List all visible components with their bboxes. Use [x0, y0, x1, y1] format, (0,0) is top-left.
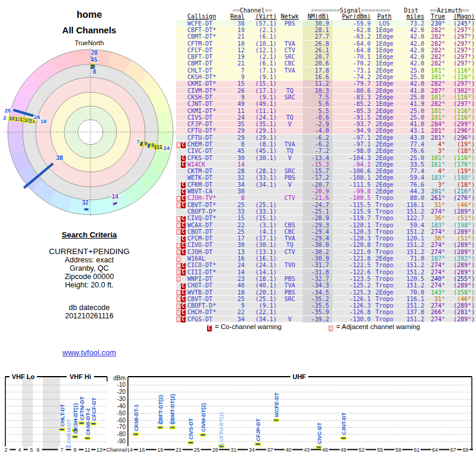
cell-magnetic-azimuth: (116°): [445, 67, 475, 74]
cell-virtual-channel: (30.1): [245, 155, 277, 161]
cell-virtual-channel: (17.1): [245, 87, 277, 94]
station-label: CBFT-DT(2): [158, 395, 164, 425]
cell-virtual-channel: (15.1): [245, 215, 277, 221]
x-tick-label: 13: [96, 447, 102, 453]
cell-real-channel: 30: [228, 188, 245, 195]
cell-callsign: CBFT-DT*: [186, 27, 228, 33]
cell-virtual-channel: (2.1): [245, 54, 277, 60]
cell-real-channel: 14: [228, 161, 245, 168]
x-tick-label: 69: [462, 447, 468, 453]
cell-callsign: CJNT-DT: [186, 101, 228, 107]
cell-magnetic-azimuth: (296°): [445, 127, 475, 134]
cell-virtual-channel: (3.1): [245, 222, 277, 228]
cell-callsign: CBVT-DT*: [186, 202, 228, 208]
cell-power: -64.0: [333, 40, 371, 47]
cell-callsign: CFGS-DT: [186, 316, 228, 323]
cell-noise-margin: -6.2: [303, 134, 333, 141]
cell-path: 1Edge: [371, 101, 398, 107]
cell-distance: 44.3: [398, 188, 424, 195]
cell-true-azimuth: 3°: [424, 148, 445, 154]
cell-noise-margin: -30.9: [303, 255, 333, 262]
table-row: aCCBVT-DT*25(25.1)-24.7-115.5Tropo116.13…: [176, 201, 476, 208]
cell-true-azimuth: 201°: [424, 188, 445, 195]
tvfool-link[interactable]: www.tvfool.com: [62, 348, 116, 357]
cell-distance: 25.0: [398, 114, 424, 121]
cell-noise-margin: 10.3: [303, 87, 333, 94]
x-tick-label: 34: [249, 447, 255, 453]
cell-distance: 25.0: [398, 108, 424, 114]
table-row: aCCHEM-DT8(8.1)TVA-6.2-97.12Edge77.44°(1…: [176, 140, 476, 147]
cell-callsign: CBOFT-D*: [186, 208, 228, 215]
channel-number-label: 9: [151, 142, 154, 148]
table-row: CFTU-DT29(29.1)-6.2-97.12Edge43.0281°(29…: [176, 134, 476, 140]
cell-real-channel: 45: [228, 148, 245, 154]
warning-slot-c: C: [181, 228, 186, 235]
cell-virtual-channel: (6.1): [245, 60, 277, 67]
warning-slot-c: C: [181, 302, 186, 309]
cell-callsign: W14CK: [186, 161, 228, 168]
cell-real-channel: 15: [228, 215, 245, 221]
cell-virtual-channel: (25.1): [245, 202, 277, 208]
cell-path: Tropo: [371, 235, 398, 242]
station-label: CIVM-DT(2): [201, 403, 206, 432]
table-row: CHLT-DT7(7.1)TVA17.8-73.12Edge25.0101°(1…: [176, 67, 476, 73]
cell-callsign: CJOH-TV*: [186, 195, 228, 201]
cell-network: TVA: [277, 282, 303, 289]
cell-power: -74.2: [333, 74, 371, 80]
cell-virtual-channel: (12.1): [245, 47, 277, 54]
cell-virtual-channel: (29.1): [245, 134, 277, 141]
cell-callsign: CJOH-DT: [186, 249, 228, 255]
cell-noise-margin: -6.2: [303, 141, 333, 148]
channel-number-label: 2: [3, 114, 6, 121]
table-row: CFTM-DT10(10.1)TVA26.8-64.01Edge42.0282°…: [176, 40, 476, 46]
cell-noise-margin: 5.6: [303, 101, 333, 107]
station-tick-marker: [141, 142, 142, 146]
cell-power: -98.0: [333, 148, 371, 154]
cell-magnetic-azimuth: (198°): [445, 174, 475, 181]
cell-true-azimuth: 282°: [424, 80, 445, 87]
cell-true-azimuth: 230°: [424, 20, 445, 27]
cell-power: -93.7: [333, 121, 371, 127]
col-miles: miles: [398, 13, 424, 20]
cell-power: -111.5: [333, 181, 371, 188]
cell-callsign: CHEM-DT: [186, 141, 228, 148]
cell-distance: 42.0: [398, 27, 424, 33]
channel-number-label: 45: [90, 57, 98, 63]
cell-true-azimuth: 101°: [424, 94, 445, 101]
cell-noise-margin: -35.2: [303, 296, 333, 302]
cell-real-channel: 22: [228, 222, 245, 228]
cell-magnetic-azimuth: (289°): [445, 242, 475, 248]
cell-distance: 70.0: [398, 289, 424, 296]
cell-real-channel: 30: [228, 155, 245, 161]
cell-network: SRC: [277, 296, 303, 302]
group-header-signal: ========Signal========: [303, 7, 398, 14]
cell-magnetic-azimuth: (299°): [445, 121, 475, 127]
table-row: CJNT-DT49(49.1)5.6-85.21Edge41.9282°(297…: [176, 101, 476, 107]
cell-virtual-channel: (24.1): [245, 114, 277, 121]
cell-callsign: WETK-DT: [186, 174, 228, 181]
cell-network: TQ: [277, 87, 303, 94]
signal-bar: [79, 422, 84, 424]
signal-strength-chart: VHF LoVHF HiUHFdBm-10-20-30-40-50-60-70-…: [0, 366, 476, 457]
col-true: True: [424, 13, 445, 20]
cell-power: -62.8: [333, 27, 371, 33]
cell-magnetic-azimuth: (255°): [445, 276, 475, 282]
cell-path: 2Edge: [371, 94, 398, 101]
cell-path: 1Edge: [371, 40, 398, 47]
cell-true-azimuth: 274°: [424, 269, 445, 276]
cell-path: 2Edge: [371, 108, 398, 114]
cell-distance: 151.2: [398, 316, 424, 323]
cell-distance: 42.0: [398, 60, 424, 67]
cell-distance: 76.6: [398, 148, 424, 154]
cell-callsign: CFTU-DT*: [186, 127, 228, 134]
cell-power: -59.9: [333, 20, 371, 27]
cell-path: 2Edge: [371, 289, 398, 296]
cell-path: 1Edge: [371, 47, 398, 54]
cell-path: 2Edge: [371, 188, 398, 195]
cell-distance: 25.0: [398, 67, 424, 74]
channel-number-label: 25: [5, 107, 11, 114]
signal-bar: [170, 426, 175, 428]
cell-noise-margin: 30.9: [303, 20, 333, 27]
channel-number-label: 24: [164, 145, 170, 151]
warning-slot-a: a: [176, 315, 181, 323]
